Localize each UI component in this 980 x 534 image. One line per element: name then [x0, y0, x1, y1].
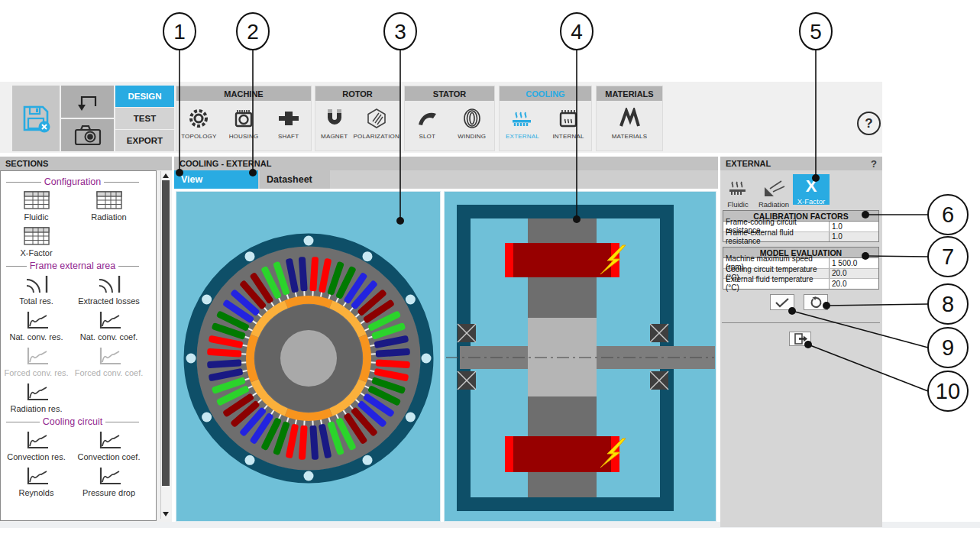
ribbon-group-title: ROTOR: [315, 86, 399, 101]
sidebar-item-label: Convection coef.: [78, 452, 141, 461]
external-panel-header: EXTERNAL ?: [720, 157, 882, 170]
row-value-field[interactable]: 20.0: [830, 269, 878, 279]
help-icon[interactable]: ?: [857, 112, 881, 135]
undo-button[interactable]: [61, 86, 114, 118]
ribbon-item-label: MAGNET: [321, 133, 348, 140]
sidebar-item-convection-res[interactable]: Convection res.: [0, 430, 73, 461]
screenshot-button[interactable]: [61, 119, 114, 151]
sidebar-item-pressure-drop[interactable]: Pressure drop: [73, 466, 145, 497]
callout-number: 7: [942, 244, 954, 269]
callout-circle: [928, 371, 968, 411]
table-icon: [95, 190, 123, 210]
ribbon-item-magnet[interactable]: MAGNET: [315, 106, 354, 140]
reset-icon: [809, 296, 823, 309]
svg-text:X: X: [806, 178, 817, 195]
arc-icon: [24, 274, 50, 294]
panel-tab-radiation[interactable]: Radiation: [756, 174, 791, 205]
export-results-button[interactable]: [789, 332, 811, 346]
winding-icon: [461, 106, 484, 131]
sidebar-item-extracted-losses[interactable]: Extracted losses: [73, 274, 145, 306]
section-header: Frame external area: [6, 261, 139, 271]
callout-circle: [163, 13, 196, 50]
panel-tab-fluidic[interactable]: Fluidic: [723, 174, 753, 205]
panel-tab-x-factor[interactable]: XX-Factor: [793, 174, 830, 205]
section-header-label: Configuration: [41, 176, 104, 187]
undo-icon: [74, 89, 102, 114]
ribbon-item-label: MATERIALS: [612, 133, 648, 140]
bolt-hole: [245, 455, 255, 465]
ribbon-item-polarization[interactable]: POLARIZATION: [354, 106, 399, 140]
sidebar-item-nat-conv-coef[interactable]: Nat. conv. coef.: [73, 310, 145, 341]
curve-icon: [96, 466, 122, 486]
ribbon-item-materials[interactable]: MATERIALS: [606, 106, 653, 140]
sidebar-item-forced-conv-res[interactable]: Forced conv. res.: [0, 346, 73, 377]
row-value-field[interactable]: 1 500.0: [830, 258, 878, 268]
design-mode-button[interactable]: DESIGN: [115, 86, 174, 107]
ribbon-item-shaft[interactable]: SHAFT: [266, 106, 311, 140]
table-icon: [23, 226, 50, 246]
panel-help-icon[interactable]: ?: [871, 158, 877, 170]
scroll-up-icon[interactable]: [163, 173, 169, 178]
row-value-field[interactable]: 20.0: [830, 279, 878, 289]
scrollbar-thumb[interactable]: [162, 180, 170, 486]
section-header-label: Frame external area: [27, 261, 119, 271]
save-icon: [21, 103, 51, 134]
sidebar-item-forced-conv-coef[interactable]: Forced conv. coef.: [73, 346, 145, 377]
row-value-field[interactable]: 1.0: [830, 232, 878, 242]
callout-number: 2: [247, 20, 259, 44]
tab-view[interactable]: View: [174, 170, 258, 189]
sidebar-item-reynolds[interactable]: Reynolds: [0, 466, 73, 497]
ribbon-item-slot[interactable]: SLOT: [405, 106, 450, 140]
bolt-hole: [186, 354, 196, 364]
radial-view-canvas[interactable]: [176, 191, 441, 522]
sidebar-item-label: Extracted losses: [78, 296, 140, 306]
ribbon-group-title: COOLING: [500, 86, 591, 101]
sidebar-scrollbar[interactable]: [160, 171, 171, 519]
test-mode-button[interactable]: TEST: [115, 108, 174, 129]
callout-number: 9: [942, 335, 954, 360]
fluidic-icon: [726, 178, 750, 198]
callout-number: 8: [942, 292, 954, 316]
sidebar-item-label: Forced conv. coef.: [75, 368, 144, 377]
cooling-internal-icon: [557, 106, 580, 131]
callout-circle: [928, 328, 968, 367]
ribbon-group-rotor: ROTORMAGNETPOLARIZATION: [315, 86, 400, 151]
apply-button[interactable]: [770, 294, 794, 310]
axial-view-canvas[interactable]: [444, 191, 716, 522]
ribbon-item-internal[interactable]: INTERNAL: [545, 106, 591, 140]
ribbon-item-topology[interactable]: TOPOLOGY: [176, 106, 222, 140]
export-mode-button[interactable]: EXPORT: [115, 130, 174, 151]
fluxmotor-app: DESIGN TEST EXPORT MACHINETOPOLOGYHOUSIN…: [0, 0, 980, 534]
sections-header: SECTIONS: [0, 157, 172, 170]
sidebar-item-total-res[interactable]: Total res.: [0, 274, 73, 306]
bolt-hole: [202, 295, 212, 305]
polarization-icon: [365, 106, 388, 131]
sidebar-item-label: Forced conv. res.: [4, 368, 68, 377]
magnet-arc: [286, 413, 332, 417]
reset-button[interactable]: [804, 294, 828, 310]
main-view-header: COOLING - EXTERNAL: [174, 157, 718, 170]
tab-datasheet[interactable]: Datasheet: [260, 170, 330, 189]
arc-icon: [96, 274, 122, 294]
ribbon-item-external[interactable]: EXTERNAL: [500, 106, 545, 140]
panel-tab-label: Fluidic: [727, 200, 748, 209]
sidebar-item-nat-conv-res[interactable]: Nat. conv. res.: [0, 310, 73, 341]
ribbon-item-housing[interactable]: HOUSING: [222, 106, 267, 140]
ribbon-group-title: MATERIALS: [597, 86, 662, 101]
table-icon: [23, 190, 50, 210]
calibration-factors-table: CALIBRATION FACTORS Frame-cooling circui…: [723, 210, 879, 242]
magnet-arc: [363, 336, 367, 381]
sidebar-item-fluidic[interactable]: Fluidic: [0, 190, 73, 222]
sidebar-item-convection-coef[interactable]: Convection coef.: [73, 430, 145, 461]
ribbon-group-title: STATOR: [405, 86, 494, 101]
row-label: Frame-external fluid resistance: [723, 232, 830, 242]
scroll-down-icon[interactable]: [163, 512, 169, 516]
section-header-label: Cooling circuit: [40, 416, 106, 427]
sidebar-item-radiation[interactable]: Radiation: [73, 190, 145, 222]
sidebar-item-label: Nat. conv. coef.: [80, 332, 138, 341]
sidebar-item-radiation-res[interactable]: Radiation res.: [0, 382, 73, 413]
ribbon-item-winding[interactable]: WINDING: [450, 106, 495, 140]
save-button[interactable]: [12, 86, 60, 151]
row-value-field[interactable]: 1.0: [830, 222, 878, 231]
sidebar-item-x-factor[interactable]: X-Factor: [0, 226, 73, 257]
